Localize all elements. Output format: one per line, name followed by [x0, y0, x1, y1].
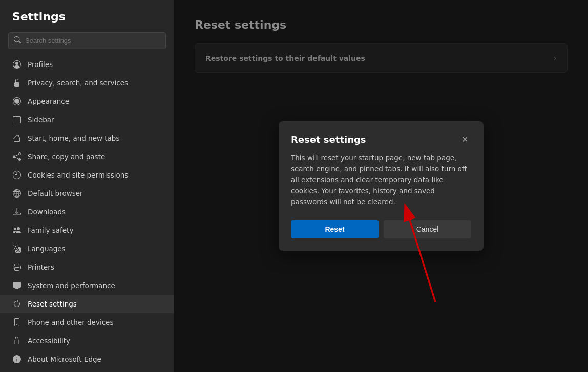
sidebar-item-label: Sidebar: [28, 116, 54, 124]
appearance-icon: [12, 97, 22, 106]
sidebar-item-label: Phone and other devices: [28, 318, 113, 326]
sidebar-item-label: System and performance: [28, 281, 115, 290]
sidebar-item-label: Cookies and site permissions: [28, 171, 128, 179]
reset-button[interactable]: Reset: [291, 220, 379, 238]
sidebar-item-family-safety[interactable]: Family safety: [0, 221, 174, 239]
sidebar-item-languages[interactable]: Languages: [0, 239, 174, 258]
sidebar-item-label: Privacy, search, and services: [28, 79, 128, 87]
search-box[interactable]: [8, 32, 166, 49]
sidebar-item-label: Downloads: [28, 208, 66, 216]
modal-footer: Reset Cancel: [291, 220, 471, 238]
sidebar-item-start-home[interactable]: Start, home, and new tabs: [0, 129, 174, 147]
sidebar-item-downloads[interactable]: Downloads: [0, 203, 174, 221]
sidebar-item-label: Family safety: [28, 226, 73, 234]
modal-overlay: Reset settings ✕ This will reset your st…: [174, 0, 588, 372]
sidebar-item-appearance[interactable]: Appearance: [0, 92, 174, 111]
sidebar-item-label: Accessibility: [28, 337, 70, 345]
sidebar-item-label: Reset settings: [28, 300, 77, 308]
downloads-icon: [12, 207, 22, 216]
reset-settings-modal: Reset settings ✕ This will reset your st…: [279, 121, 484, 251]
sidebar-item-sidebar[interactable]: Sidebar: [0, 111, 174, 129]
sidebar: Settings Profiles Privacy, search, and s…: [0, 0, 174, 372]
sidebar-item-label: Printers: [28, 263, 54, 271]
search-icon: [14, 36, 21, 46]
sidebar-item-label: Share, copy and paste: [28, 152, 105, 161]
reset-icon: [12, 299, 22, 309]
languages-icon: [12, 244, 22, 253]
modal-title: Reset settings: [291, 134, 366, 145]
modal-body: This will reset your startup page, new t…: [291, 152, 471, 208]
sidebar-item-label: About Microsoft Edge: [28, 355, 101, 363]
sidebar-icon: [12, 115, 22, 124]
profile-icon: [12, 60, 22, 69]
privacy-icon: [12, 78, 22, 87]
sidebar-item-profiles[interactable]: Profiles: [0, 55, 174, 74]
sidebar-item-about[interactable]: About Microsoft Edge: [0, 350, 174, 368]
sidebar-item-accessibility[interactable]: Accessibility: [0, 332, 174, 350]
sidebar-item-label: Languages: [28, 245, 66, 253]
cancel-button[interactable]: Cancel: [384, 220, 471, 238]
home-icon: [12, 134, 22, 143]
sidebar-item-printers[interactable]: Printers: [0, 258, 174, 276]
share-icon: [12, 152, 22, 161]
printers-icon: [12, 262, 22, 272]
phone-icon: [12, 318, 22, 327]
family-icon: [12, 226, 22, 235]
modal-header: Reset settings ✕: [291, 134, 471, 145]
cookies-icon: [12, 170, 22, 180]
sidebar-item-privacy[interactable]: Privacy, search, and services: [0, 74, 174, 92]
sidebar-item-reset[interactable]: Reset settings: [0, 295, 174, 313]
sidebar-item-cookies[interactable]: Cookies and site permissions: [0, 166, 174, 184]
sidebar-item-share[interactable]: Share, copy and paste: [0, 147, 174, 166]
modal-close-button[interactable]: ✕: [458, 134, 471, 145]
main-content: Reset settings Restore settings to their…: [174, 0, 588, 372]
system-icon: [12, 281, 22, 290]
sidebar-item-default-browser[interactable]: Default browser: [0, 184, 174, 203]
sidebar-item-phone[interactable]: Phone and other devices: [0, 313, 174, 332]
sidebar-title: Settings: [0, 10, 174, 32]
sidebar-item-label: Appearance: [28, 97, 69, 105]
search-input[interactable]: [25, 37, 160, 45]
sidebar-item-system[interactable]: System and performance: [0, 276, 174, 295]
sidebar-item-label: Default browser: [28, 189, 83, 198]
edge-icon: [12, 355, 22, 364]
sidebar-item-label: Start, home, and new tabs: [28, 134, 119, 142]
browser-icon: [12, 189, 22, 198]
accessibility-icon: [12, 336, 22, 345]
sidebar-item-label: Profiles: [28, 60, 53, 69]
